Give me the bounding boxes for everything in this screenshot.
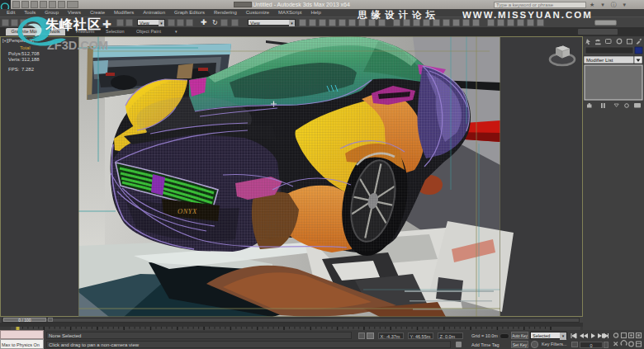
svg-text:Modifier List: Modifier List	[586, 58, 613, 63]
svg-text:7.282: 7.282	[21, 67, 35, 72]
svg-text:Verts:: Verts:	[8, 57, 21, 62]
svg-text:312,188: 312,188	[21, 57, 40, 62]
svg-text:FPS:: FPS:	[8, 67, 20, 72]
